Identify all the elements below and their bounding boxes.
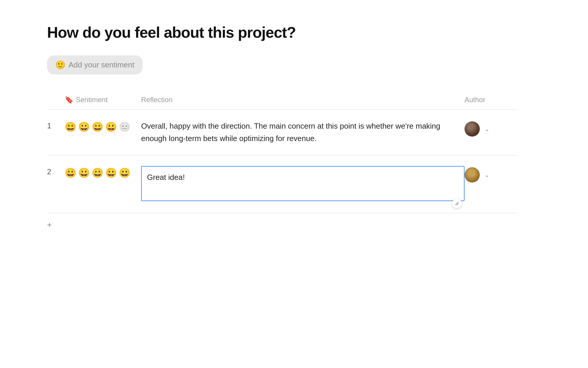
sentiment-emoji-icon: 🙂	[55, 60, 66, 70]
emoji-group-2: 😀 😀 😀 😀 😀	[65, 166, 141, 178]
avatar-image-2	[465, 167, 480, 183]
row-number-2: 2	[47, 166, 65, 176]
emoji-1-5: 😐	[119, 121, 131, 132]
header-sentiment: 🔖 Sentiment	[65, 96, 141, 104]
add-row-area: +	[47, 213, 517, 230]
emoji-1-4: 😀	[105, 121, 117, 132]
plus-icon: +	[47, 220, 52, 230]
emoji-2-2: 😀	[78, 167, 90, 178]
emoji-group-1: 😀 😀 😀 😀 😐	[65, 120, 141, 132]
row-expand-1[interactable]: ⌄	[485, 121, 490, 132]
add-sentiment-label: Add your sentiment	[69, 60, 134, 69]
table-header: 🔖 Sentiment Reflection Author	[47, 92, 517, 110]
row-expand-2[interactable]: ⌄	[485, 167, 490, 178]
sentiment-table: 🔖 Sentiment Reflection Author 1 😀 😀 😀 😀 …	[47, 92, 517, 230]
bookmark-icon: 🔖	[65, 96, 74, 104]
emoji-2-5: 😀	[119, 167, 131, 178]
emoji-2-3: 😀	[92, 167, 103, 178]
emoji-1-3: 😀	[92, 121, 103, 132]
add-sentiment-button[interactable]: 🙂 Add your sentiment	[47, 55, 143, 74]
header-author: Author	[465, 96, 517, 104]
emoji-2-4: 😀	[105, 167, 117, 178]
table-row-editing: 2 😀 😀 😀 😀 😀 Great idea! ⌄	[47, 155, 517, 213]
emoji-2-1: 😀	[65, 167, 76, 178]
emoji-1-2: 😀	[78, 121, 90, 132]
emoji-1-1: 😀	[65, 121, 76, 132]
page-title: How do you feel about this project?	[47, 24, 541, 41]
author-cell-2: ⌄	[465, 166, 517, 183]
header-reflection: Reflection	[141, 96, 465, 104]
add-row-button[interactable]: +	[47, 213, 52, 230]
reflection-text-1: Overall, happy with the direction. The m…	[141, 120, 465, 145]
page-container: How do you feel about this project? 🙂 Ad…	[0, 0, 588, 253]
avatar-2	[465, 167, 480, 183]
author-cell-1: ⌄	[465, 120, 517, 137]
resize-handle[interactable]	[452, 199, 462, 208]
avatar-1	[465, 121, 480, 137]
reflection-input-2[interactable]: Great idea!	[141, 166, 465, 201]
row-number-1: 1	[47, 120, 65, 130]
avatar-image-1	[465, 121, 480, 137]
reflection-cell-2: Great idea!	[141, 166, 465, 202]
table-row: 1 😀 😀 😀 😀 😐 Overall, happy with the dire…	[47, 110, 517, 155]
